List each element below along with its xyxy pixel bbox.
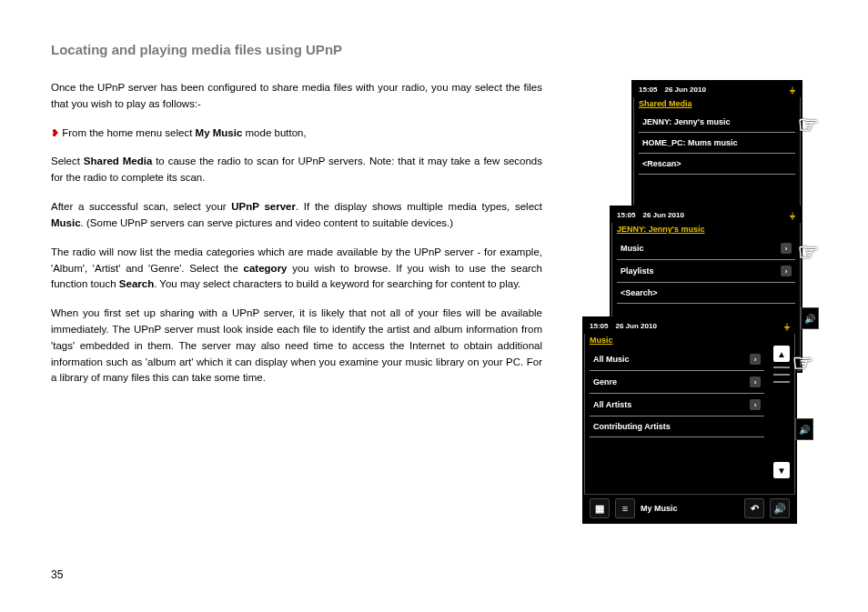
status-date: 26 Jun 2010 [642, 211, 683, 219]
status-bar: 15:05 26 Jun 2010 ⏚ [633, 82, 801, 97]
list-item[interactable]: <Rescan> [639, 154, 795, 175]
bullet-icon: ❥ [51, 127, 59, 138]
bottom-bar: ▦ ≡ My Music ↶ 🔊 [584, 494, 795, 522]
scroll-track [773, 381, 790, 383]
chevron-right-icon: › [781, 243, 792, 254]
page-title: Locating and playing media files using U… [51, 42, 342, 57]
para-1: Once the UPnP server has been configured… [51, 80, 542, 113]
list-item[interactable]: Genre› [590, 371, 764, 394]
para-5: The radio will now list the media catego… [51, 245, 542, 293]
list-item[interactable]: Contributing Artists [590, 416, 764, 437]
page-number: 35 [51, 568, 63, 581]
para-6: When you first set up sharing with a UPn… [51, 306, 542, 386]
volume-button[interactable]: 🔊 [795, 418, 813, 440]
para-2: ❥ From the home menu select My Music mod… [51, 125, 542, 142]
status-date: 26 Jun 2010 [615, 322, 656, 330]
list-item[interactable]: Playlists› [617, 260, 795, 283]
scroll-up-button[interactable]: ▲ [773, 346, 790, 362]
screen-heading: JENNY: Jenny's music [611, 223, 801, 237]
wifi-icon: ⏚ [784, 321, 790, 331]
para-3: Select Shared Media to cause the radio t… [51, 154, 542, 186]
status-bar: 15:05 26 Jun 2010 ⏚ [584, 318, 795, 334]
device-screen-music: 15:05 26 Jun 2010 ⏚ Music All Music› Gen… [582, 316, 797, 524]
screen-heading: Music [584, 334, 795, 348]
status-time: 15:05 [590, 322, 608, 330]
back-button[interactable]: ↶ [744, 498, 764, 518]
status-date: 26 Jun 2010 [664, 85, 705, 94]
list-item[interactable]: All Artists› [590, 394, 764, 416]
wifi-icon: ⏚ [790, 210, 795, 220]
list-item[interactable]: All Music› [590, 348, 764, 371]
home-grid-button[interactable]: ▦ [590, 498, 610, 518]
chevron-right-icon: › [781, 266, 792, 276]
chevron-right-icon: › [750, 399, 761, 410]
screen-heading: Shared Media [633, 97, 801, 112]
list-item[interactable]: JENNY: Jenny's music [639, 112, 795, 133]
scroll-track [773, 366, 790, 368]
breadcrumb: My Music [641, 504, 678, 513]
scroll-track [773, 374, 790, 376]
list-item[interactable]: HOME_PC: Mums music [639, 133, 795, 154]
body-text: Once the UPnP server has been configured… [51, 80, 542, 399]
pointer-hand-icon: ☜ [798, 111, 819, 139]
status-bar: 15:05 26 Jun 2010 ⏚ [611, 207, 801, 223]
scroll-down-button[interactable]: ▼ [773, 462, 790, 478]
para-4: After a successful scan, select your UPn… [51, 199, 542, 232]
wifi-icon: ⏚ [790, 85, 795, 95]
volume-button[interactable]: 🔊 [770, 498, 790, 518]
chevron-right-icon: › [750, 376, 761, 387]
pointer-hand-icon: ☜ [792, 349, 813, 377]
volume-button[interactable]: 🔊 [801, 307, 819, 329]
list-item[interactable]: <Search> [617, 283, 795, 304]
pointer-hand-icon: ☜ [798, 238, 819, 266]
chevron-right-icon: › [750, 354, 761, 365]
menu-list-button[interactable]: ≡ [615, 498, 635, 518]
list-item[interactable]: Music› [617, 237, 795, 260]
status-time: 15:05 [639, 85, 657, 94]
status-time: 15:05 [617, 211, 635, 219]
